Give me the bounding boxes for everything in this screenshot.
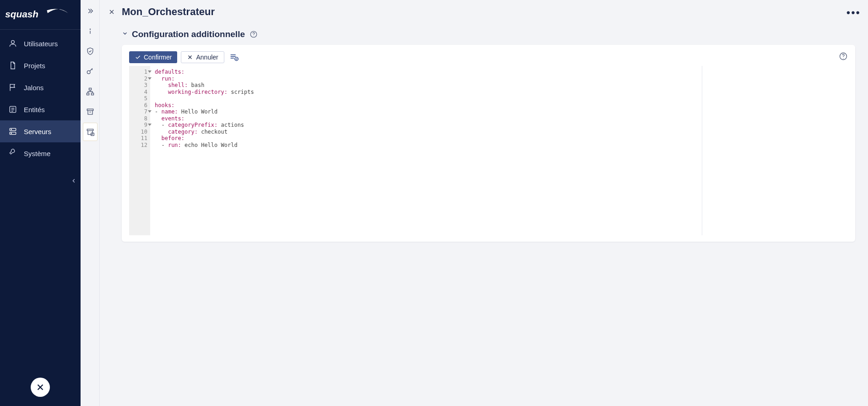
collapse-sidebar-button[interactable] [71, 178, 77, 186]
cancel-button-label: Annuler [196, 54, 218, 61]
editor-right-panel [702, 66, 848, 235]
hierarchy-icon[interactable] [83, 82, 98, 101]
titlebar: Mon_Orchestrateur ••• [100, 0, 868, 24]
chevron-down-icon[interactable] [122, 30, 128, 38]
sidebar-item-entities[interactable]: Entités [0, 98, 81, 120]
editor-help-icon[interactable] [839, 52, 848, 63]
sidebar-item-label: Serveurs [24, 128, 51, 135]
shield-icon[interactable] [83, 42, 98, 60]
iconbar [81, 0, 100, 406]
svg-point-16 [253, 36, 254, 36]
key-icon[interactable] [83, 62, 98, 81]
sidebar-item-users[interactable]: Utilisateurs [0, 32, 81, 54]
sidebar-item-system[interactable]: Système [0, 142, 81, 164]
svg-rect-10 [87, 93, 89, 95]
sidebar-item-label: Entités [24, 106, 45, 114]
archive-icon[interactable] [83, 103, 98, 121]
svg-point-1 [11, 40, 15, 43]
confirm-button-label: Confirmer [144, 54, 172, 61]
svg-rect-9 [89, 88, 91, 90]
sidebar-nav: Utilisateurs Projets Jalons Entités Serv… [0, 32, 81, 164]
svg-point-8 [87, 70, 90, 74]
sidebar-item-label: Utilisateurs [24, 40, 58, 48]
main-content: Mon_Orchestrateur ••• Configuration addi… [100, 0, 868, 406]
editor-code[interactable]: defaults: run: shell: bash working-direc… [150, 66, 702, 235]
editor-gutter: 123456789101112 [129, 66, 150, 235]
brand-logo: squash [0, 0, 81, 30]
svg-point-6 [11, 133, 11, 134]
sidebar-item-servers[interactable]: Serveurs [0, 120, 81, 142]
editor-card: Confirmer Annuler 123456789101112 defaul… [122, 45, 855, 242]
section-header: Configuration additionnelle [122, 29, 855, 39]
yaml-editor[interactable]: 123456789101112 defaults: run: shell: ba… [129, 66, 848, 235]
cancel-button[interactable]: Annuler [181, 51, 224, 63]
svg-rect-11 [91, 93, 93, 95]
confirm-button[interactable]: Confirmer [129, 51, 177, 63]
svg-point-7 [89, 29, 91, 30]
editor-toolbar: Confirmer Annuler [129, 51, 848, 63]
page-title: Mon_Orchestrateur [122, 6, 215, 18]
help-icon[interactable] [250, 30, 258, 38]
section-title: Configuration additionnelle [132, 29, 245, 39]
sidebar-item-label: Système [24, 150, 50, 157]
svg-text:squash: squash [5, 9, 38, 19]
svg-rect-13 [87, 129, 93, 130]
sidebar: squash Utilisateurs Projets Jalons Entit… [0, 0, 81, 406]
svg-point-19 [843, 58, 843, 59]
sidebar-item-label: Projets [24, 62, 45, 70]
validate-config-button[interactable] [229, 52, 239, 62]
svg-point-5 [11, 129, 11, 130]
svg-rect-12 [87, 109, 93, 110]
info-icon[interactable] [83, 22, 98, 40]
close-page-button[interactable] [106, 6, 117, 17]
more-actions-button[interactable]: ••• [846, 6, 861, 19]
close-button[interactable] [31, 378, 50, 397]
server-archive-icon[interactable] [83, 123, 98, 141]
expand-iconbar-button[interactable] [83, 4, 98, 18]
sidebar-item-milestones[interactable]: Jalons [0, 76, 81, 98]
sidebar-item-label: Jalons [24, 84, 43, 92]
sidebar-item-projects[interactable]: Projets [0, 54, 81, 76]
